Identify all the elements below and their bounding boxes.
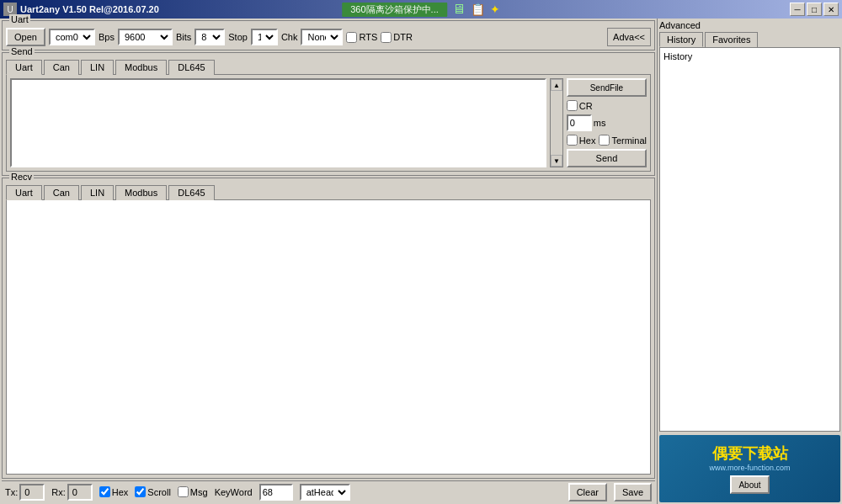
watermark-url: www.more-function.com — [709, 464, 790, 472]
athead-select[interactable]: atHead atTail — [300, 484, 350, 501]
uart-group-label: Uart — [9, 14, 30, 24]
port-select[interactable]: com0 com1 com2 com3 — [49, 29, 95, 45]
dtr-input[interactable] — [381, 32, 392, 43]
send-right-controls: SendFile CR ms Hex Terminal — [567, 78, 647, 167]
icon-toolbar-3[interactable]: ✦ — [490, 3, 500, 16]
right-tab-history[interactable]: History — [659, 32, 703, 47]
about-button[interactable]: About — [730, 475, 769, 494]
watermark-logo: 偶要下载站 — [712, 443, 788, 464]
send-textarea[interactable] — [10, 78, 546, 167]
bps-select[interactable]: 9600 115200 57600 38400 — [118, 29, 173, 45]
terminal-checkbox[interactable]: Terminal — [599, 135, 647, 146]
scroll-checkbox[interactable]: Scroll — [135, 486, 171, 497]
right-tab-favorites[interactable]: Favorites — [705, 32, 758, 47]
ms-row: ms — [567, 114, 647, 131]
adva-button[interactable]: Adva<< — [607, 28, 651, 46]
statusbar: Tx: 0 Rx: 0 Hex Scroll Msg KeyWord atHea… — [2, 480, 655, 502]
icon-toolbar-1[interactable]: 🖥 — [452, 2, 466, 17]
msg-checkbox[interactable]: Msg — [178, 486, 208, 497]
left-panel: Uart Open com0 com1 com2 com3 Bps 9600 1… — [0, 19, 657, 504]
recv-tab-dl645[interactable]: DL645 — [168, 185, 214, 200]
cr-checkbox[interactable]: CR — [567, 100, 647, 111]
stop-label: Stop — [228, 32, 248, 42]
ms-label: ms — [594, 118, 606, 128]
bps-label: Bps — [99, 32, 115, 42]
recv-tab-bar: Uart Can LIN Modbus DL645 — [6, 185, 651, 200]
hex-status-checkbox[interactable]: Hex — [99, 486, 129, 497]
watermark: 偶要下载站 www.more-function.com About — [659, 435, 840, 502]
send-tab-bar: Uart Can LIN Modbus DL645 — [6, 60, 651, 75]
recv-group: Recv Uart Can LIN Modbus DL645 — [2, 178, 655, 479]
hex-status-input[interactable] — [99, 486, 110, 497]
scroll-up-btn[interactable]: ▲ — [551, 79, 562, 91]
bits-label: Bits — [176, 32, 191, 42]
rts-input[interactable] — [346, 32, 357, 43]
terminal-input[interactable] — [599, 135, 610, 146]
open-button[interactable]: Open — [6, 28, 45, 46]
titlebar-buttons: ─ □ ✕ — [790, 3, 839, 16]
history-label: History — [663, 51, 836, 61]
msg-input[interactable] — [178, 486, 189, 497]
hex-checkbox[interactable]: Hex — [567, 135, 596, 146]
right-content: History — [659, 47, 840, 432]
titlebar: U Uart2any V1.50 Rel@2016.07.20 360隔离沙箱保… — [0, 0, 842, 19]
send-tab-uart[interactable]: Uart — [6, 60, 42, 75]
scroll-down-btn[interactable]: ▼ — [551, 155, 562, 167]
rx-value: 0 — [67, 484, 93, 501]
rts-checkbox[interactable]: RTS — [346, 32, 377, 43]
hex-send-input[interactable] — [567, 135, 578, 146]
send-tab-dl645[interactable]: DL645 — [168, 60, 214, 75]
keyword-input[interactable] — [259, 484, 293, 501]
send-content: ▲ ▼ SendFile CR ms He — [6, 74, 651, 172]
stop-select[interactable]: 1 2 — [251, 29, 278, 45]
chk-label: Chk — [281, 32, 298, 42]
cr-input[interactable] — [567, 100, 578, 111]
hex-terminal-row: Hex Terminal — [567, 135, 647, 146]
recv-tab-uart[interactable]: Uart — [6, 185, 42, 200]
ms-input[interactable] — [567, 114, 592, 131]
right-panel: Advanced History Favorites History 偶要下载站… — [657, 19, 842, 504]
send-button[interactable]: Send — [567, 149, 647, 167]
recv-tab-can[interactable]: Can — [44, 185, 79, 200]
icon-toolbar-2[interactable]: 📋 — [471, 3, 485, 16]
save-button[interactable]: Save — [614, 483, 652, 501]
tx-item: Tx: 0 — [5, 484, 45, 501]
clear-button[interactable]: Clear — [568, 483, 607, 501]
tx-label: Tx: — [5, 487, 18, 497]
advanced-label: Advanced — [659, 20, 840, 30]
main-container: Uart Open com0 com1 com2 com3 Bps 9600 1… — [0, 19, 842, 504]
send-scrollbar: ▲ ▼ — [550, 78, 563, 167]
rx-label: Rx: — [51, 487, 66, 497]
send-tab-lin[interactable]: LIN — [81, 60, 114, 75]
recv-content-area — [6, 199, 651, 475]
keyword-label: KeyWord — [215, 487, 253, 497]
rx-item: Rx: 0 — [51, 484, 93, 501]
scroll-input[interactable] — [135, 486, 146, 497]
scroll-thumb — [551, 91, 562, 155]
restore-button[interactable]: □ — [807, 3, 822, 16]
send-tab-modbus[interactable]: Modbus — [115, 60, 167, 75]
uart-group: Uart Open com0 com1 com2 com3 Bps 9600 1… — [2, 20, 655, 50]
send-tab-can[interactable]: Can — [44, 60, 79, 75]
close-button[interactable]: ✕ — [823, 3, 839, 16]
right-tab-bar: History Favorites — [659, 32, 840, 47]
minimize-button[interactable]: ─ — [790, 3, 805, 16]
send-textarea-wrap — [10, 78, 546, 167]
send-group: Send Uart Can LIN Modbus DL645 ▲ ▼ — [2, 52, 655, 176]
chk-select[interactable]: None Odd Even — [301, 29, 343, 45]
dtr-checkbox[interactable]: DTR — [381, 32, 413, 43]
recv-tab-modbus[interactable]: Modbus — [115, 185, 167, 200]
recv-tab-lin[interactable]: LIN — [81, 185, 114, 200]
bits-select[interactable]: 8 7 — [195, 29, 225, 45]
tx-value: 0 — [19, 484, 45, 501]
sandbox-label: 360隔离沙箱保护中... — [342, 3, 447, 17]
recv-group-label: Recv — [9, 172, 34, 182]
send-group-label: Send — [9, 46, 35, 56]
uart-controls: Open com0 com1 com2 com3 Bps 9600 115200… — [6, 28, 651, 46]
send-file-button[interactable]: SendFile — [567, 78, 647, 97]
